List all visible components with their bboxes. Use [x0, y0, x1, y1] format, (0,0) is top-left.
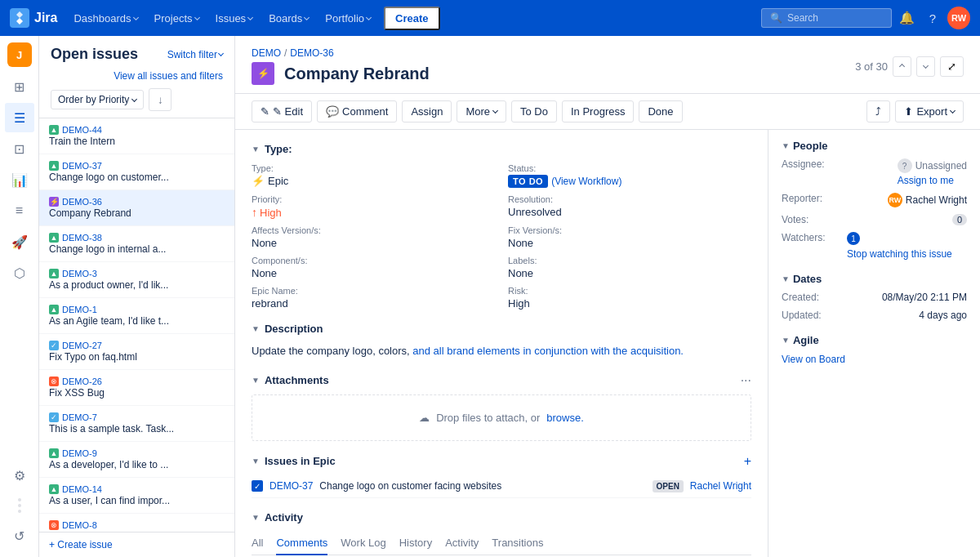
issue-id: DEMO-38 [62, 233, 102, 243]
assign-to-me-link[interactable]: Assign to me [898, 175, 967, 186]
attachments-menu[interactable]: ··· [741, 373, 751, 388]
share-button[interactable]: ⤴ [866, 100, 890, 123]
create-issue-footer[interactable]: + Create issue [39, 532, 234, 557]
breadcrumb-issue[interactable]: DEMO-36 [290, 47, 333, 59]
list-item[interactable]: ▲ DEMO-9 As a developer, I'd like to ... [39, 442, 234, 478]
list-item[interactable]: ✓ DEMO-27 Fix Typo on faq.html [39, 334, 234, 370]
list-item[interactable]: ⊗ DEMO-26 Fix XSS Bug [39, 370, 234, 406]
issue-title: Train the Intern [49, 136, 225, 147]
bug-icon: ⊗ [49, 377, 59, 386]
epic-issue-id[interactable]: DEMO-37 [270, 480, 313, 492]
issue-title: As a product owner, I'd lik... [49, 279, 225, 291]
type-value: ⚡ Epic [252, 175, 495, 187]
nav-boards[interactable]: Boards [262, 9, 315, 28]
fix-version-value: None [508, 237, 751, 249]
list-item[interactable]: ⚡ DEMO-36 Company Rebrand [39, 190, 234, 226]
sort-direction-button[interactable]: ↓ [149, 88, 172, 111]
people-header[interactable]: ▼ People [782, 140, 967, 152]
stop-watching-link[interactable]: Stop watching this issue [847, 248, 952, 260]
tab-history[interactable]: History [399, 532, 432, 555]
tab-work-log[interactable]: Work Log [341, 532, 385, 555]
dates-header[interactable]: ▼ Dates [782, 273, 967, 285]
epic-name-value: rebrand [252, 297, 495, 310]
main-content: DEMO / DEMO-36 ⚡ Company Rebrand 3 of 30 [235, 36, 980, 557]
tab-transitions[interactable]: Transitions [492, 532, 543, 555]
agile-section: ▼ Agile View on Board [782, 334, 967, 365]
status-detail: Status: TO DO (View Workflow) [508, 163, 751, 188]
nav-dashboards[interactable]: Dashboards [67, 9, 144, 28]
risk-detail: Risk: High [508, 286, 751, 310]
todo-button[interactable]: To Do [511, 100, 557, 123]
comment-button[interactable]: 💬 Comment [317, 100, 397, 123]
tab-comments[interactable]: Comments [276, 532, 327, 555]
tab-activity[interactable]: Activity [445, 532, 479, 555]
attachments-header[interactable]: ▼ Attachments [252, 374, 329, 386]
watchers-count: 1 [847, 232, 860, 245]
done-button[interactable]: Done [639, 100, 682, 123]
view-all-issues-link[interactable]: View all issues and filters [114, 70, 223, 82]
notifications-icon[interactable]: 🔔 [895, 7, 918, 29]
nav-issues[interactable]: Issues [209, 9, 260, 28]
sidebar-home[interactable]: ⊞ [5, 72, 34, 101]
expand-issue-button[interactable]: ⤢ [940, 56, 964, 77]
in-progress-button[interactable]: In Progress [562, 100, 634, 123]
story-icon: ▲ [49, 448, 59, 458]
issues-panel: Open issues Switch filter View all issue… [39, 36, 235, 557]
list-item[interactable]: ▲ DEMO-37 Change logo on customer... [39, 154, 234, 190]
sidebar-releases[interactable]: 🚀 [5, 227, 34, 256]
issue-detail-header: DEMO / DEMO-36 ⚡ Company Rebrand 3 of 30 [235, 36, 980, 94]
help-icon[interactable]: ? [921, 7, 944, 29]
assign-button[interactable]: Assign [402, 100, 452, 123]
unassigned-icon: ? [898, 158, 912, 173]
issue-title: Company Rebrand [49, 207, 225, 219]
epic-issue-assignee[interactable]: Rachel Wright [690, 480, 751, 492]
sidebar-backlog[interactable]: ≡ [5, 196, 34, 225]
order-by-button[interactable]: Order by Priority [51, 90, 144, 109]
description-text: Update the company logo, colors, and all… [252, 343, 751, 360]
switch-filter[interactable]: Switch filter [167, 49, 223, 60]
workflow-link[interactable]: (View Workflow) [551, 176, 621, 187]
list-item[interactable]: ▲ DEMO-44 Train the Intern [39, 118, 234, 154]
list-item[interactable]: ▲ DEMO-38 Change logo in internal a... [39, 226, 234, 262]
sidebar-board[interactable]: ⊡ [5, 134, 34, 163]
export-button[interactable]: ⬆ Export [895, 100, 964, 123]
edit-button[interactable]: ✎ ✎ Edit [252, 100, 312, 123]
issue-id: DEMO-44 [62, 125, 102, 135]
issue-id: DEMO-7 [62, 412, 97, 422]
epic-issue-checkbox[interactable]: ✓ [252, 480, 263, 492]
nav-projects[interactable]: Projects [148, 9, 206, 28]
reporter-row: Reporter: RW Rachel Wright [782, 193, 967, 207]
issues-in-epic-header[interactable]: ▼ Issues in Epic [252, 455, 336, 467]
sidebar-settings[interactable]: ⚙ [5, 461, 34, 490]
description-header[interactable]: ▼ Description [252, 323, 751, 335]
nav-portfolio[interactable]: Portfolio [318, 9, 377, 28]
search-box[interactable]: 🔍 Search [761, 8, 892, 28]
add-epic-issue-button[interactable]: + [744, 454, 751, 469]
list-item[interactable]: ▲ DEMO-1 As an Agile team, I'd like t... [39, 298, 234, 334]
story-icon: ▲ [49, 161, 59, 171]
user-avatar[interactable]: RW [947, 7, 970, 29]
tab-all[interactable]: All [252, 532, 263, 555]
sidebar-components[interactable]: ⬡ [5, 258, 34, 287]
sidebar-reports[interactable]: 📊 [5, 165, 34, 194]
view-on-board-link[interactable]: View on Board [782, 354, 845, 365]
assignee-row: Assignee: ? Unassigned Assign to me [782, 158, 967, 186]
list-item[interactable]: ▲ DEMO-14 As a user, I can find impor... [39, 478, 234, 514]
list-item[interactable]: ✓ DEMO-7 This is a sample task. Task... [39, 406, 234, 442]
next-issue-button[interactable] [916, 56, 935, 77]
browse-link[interactable]: browse. [546, 412, 584, 424]
list-item[interactable]: ⊗ DEMO-8 [39, 514, 234, 532]
prev-issue-button[interactable] [893, 56, 911, 77]
details-section-header[interactable]: ▼ Type: [252, 143, 751, 155]
activity-header[interactable]: ▼ Activity [252, 511, 751, 524]
more-button[interactable]: More [457, 100, 506, 123]
breadcrumb-project[interactable]: DEMO [252, 47, 281, 59]
list-item[interactable]: ▲ DEMO-3 As a product owner, I'd lik... [39, 262, 234, 298]
attachments-dropzone[interactable]: ☁ Drop files to attach, or browse. [252, 394, 751, 441]
project-icon[interactable]: J [7, 42, 32, 67]
create-button[interactable]: Create [384, 7, 439, 30]
logo[interactable]: Jira [10, 8, 57, 28]
agile-header[interactable]: ▼ Agile [782, 334, 967, 346]
sidebar-collapse[interactable]: ↺ [5, 521, 34, 550]
sidebar-issues[interactable]: ☰ [5, 103, 34, 132]
